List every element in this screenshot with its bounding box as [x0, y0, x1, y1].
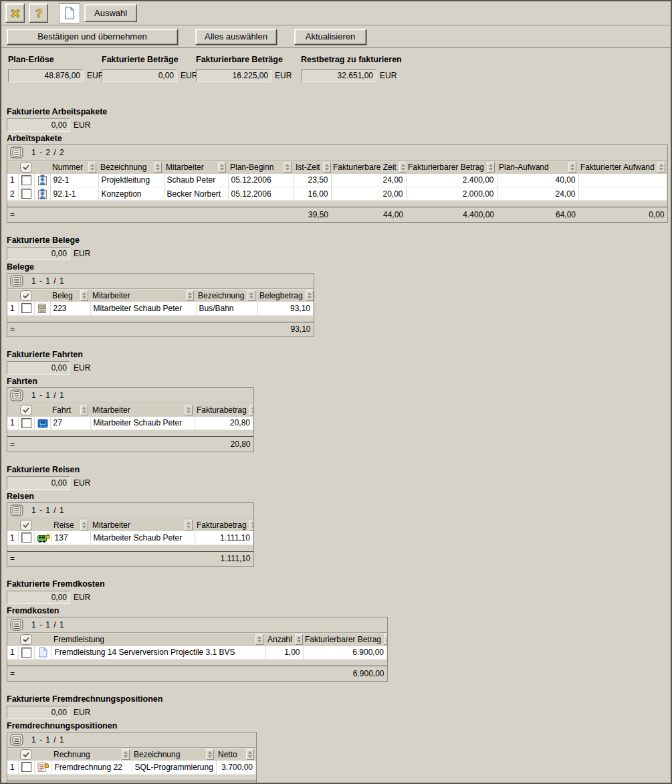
invoice-lock-icon[interactable] — [37, 762, 49, 773]
close-button[interactable] — [5, 3, 25, 23]
cell-fakturierbarer-betrag: 2.000,00 — [406, 187, 497, 201]
document-tab[interactable] — [59, 3, 80, 23]
select-all-checkbox-icon[interactable] — [20, 634, 32, 645]
plan-erloese-input[interactable] — [8, 69, 84, 82]
sort-icon[interactable] — [249, 405, 253, 415]
row-checkbox[interactable] — [21, 762, 31, 772]
select-all-checkbox-icon[interactable] — [20, 520, 32, 530]
fakturierte-fremdkosten-input[interactable] — [7, 591, 70, 604]
row-checkbox[interactable] — [21, 303, 31, 313]
sort-icon[interactable] — [284, 162, 292, 173]
list-menu-icon[interactable] — [10, 389, 23, 401]
auswahl-tab-button[interactable]: Auswahl — [84, 4, 137, 22]
refresh-button[interactable]: Aktualisieren — [294, 29, 366, 45]
sort-icon[interactable] — [218, 162, 226, 173]
fakturierte-fremdrechnungspositionen-label: Fakturierte Fremdrechnungspositionen — [7, 694, 665, 704]
cell-plan-beginn: 05.12.2006 — [228, 187, 294, 201]
receipt-icon[interactable] — [37, 303, 47, 314]
pagination-text: 1 - 1 / 1 — [31, 506, 65, 515]
sort-icon[interactable] — [206, 749, 214, 760]
sort-icon[interactable] — [80, 520, 88, 530]
fakturierbare-betraege-input[interactable] — [196, 69, 271, 82]
sort-icon[interactable] — [323, 162, 331, 173]
fakturierbare-betraege-label: Fakturierbare Beträge — [196, 55, 301, 64]
list-menu-icon[interactable] — [10, 146, 23, 159]
row-checkbox[interactable] — [21, 532, 31, 543]
row-checkbox[interactable] — [21, 189, 31, 199]
row-checkbox[interactable] — [21, 418, 31, 428]
col-fakturabetrag: Fakturabetrag — [197, 405, 247, 415]
list-menu-icon[interactable] — [10, 275, 23, 287]
car-icon[interactable] — [37, 419, 48, 428]
list-menu-icon[interactable] — [10, 734, 23, 746]
fakturierbare-betraege-field: Fakturierbare Beträge EUR — [196, 55, 301, 82]
sort-icon[interactable] — [185, 405, 193, 415]
row-checkbox[interactable] — [21, 175, 31, 185]
sum-ist-zeit: 39,50 — [294, 207, 331, 222]
reisen-pagination: 1 - 1 / 1 — [7, 503, 253, 518]
list-menu-icon[interactable] — [10, 504, 23, 516]
select-all-checkbox-icon[interactable] — [20, 162, 32, 173]
sort-icon[interactable] — [568, 162, 576, 173]
cell-mitarbeiter: Becker Norbert — [164, 187, 228, 201]
help-button[interactable]: ? — [29, 3, 48, 23]
sort-icon[interactable] — [186, 290, 194, 301]
col-plan-aufwand: Plan-Aufwand — [499, 163, 549, 172]
col-fakturabetrag: Fakturabetrag — [197, 520, 247, 530]
sort-icon[interactable] — [246, 749, 254, 760]
sort-icon[interactable] — [154, 162, 162, 173]
sort-icon[interactable] — [247, 290, 255, 301]
cell-bezeichnung: Konzeption — [98, 187, 164, 201]
cell-anzahl: 1,00 — [265, 646, 303, 660]
fakturierte-reisen-label: Fakturierte Reisen — [7, 465, 665, 474]
select-all-checkbox-icon[interactable] — [20, 290, 32, 301]
restbetrag-label: Restbetrag zu fakturieren — [301, 55, 402, 64]
row-checkbox[interactable] — [21, 648, 31, 658]
document-icon[interactable] — [38, 647, 47, 658]
fakturierte-arbeitspakete-input[interactable] — [7, 118, 70, 132]
sort-icon[interactable] — [399, 162, 406, 173]
fakturierte-fahrten-input[interactable] — [7, 361, 70, 375]
restbetrag-input[interactable] — [301, 69, 376, 82]
sort-icon[interactable] — [80, 290, 88, 301]
sort-icon[interactable] — [295, 634, 303, 645]
sort-icon[interactable] — [487, 162, 495, 173]
col-mitarbeiter: Mitarbeiter — [166, 163, 204, 172]
belege-title: Belege — [7, 262, 665, 272]
confirm-button[interactable]: Bestätigen und übernehmen — [7, 29, 178, 45]
list-menu-icon[interactable] — [10, 619, 23, 631]
pagination-text: 1 - 2 / 2 — [31, 148, 65, 157]
cell-nummer: 92.1-1 — [50, 187, 98, 201]
select-all-checkbox-icon[interactable] — [20, 749, 32, 760]
sort-icon[interactable] — [255, 634, 263, 645]
fakturierte-fahrten-label: Fakturierte Fahrten — [7, 350, 665, 359]
sort-icon[interactable] — [185, 520, 193, 530]
currency-label: EUR — [74, 708, 90, 717]
sort-icon[interactable] — [122, 749, 130, 760]
sort-icon[interactable] — [384, 634, 386, 645]
table-row: 1 27 Mitarbeiter Schaub Peter 20,80 — [7, 417, 253, 430]
travel-lock-icon[interactable] — [37, 532, 50, 543]
sort-icon[interactable] — [306, 290, 314, 301]
cell-plan-aufwand: 40,00 — [497, 174, 578, 187]
fakturierte-reisen-input[interactable] — [7, 476, 70, 490]
sum-fakturierbarer-betrag: 6.900,00 — [303, 666, 387, 681]
select-all-checkbox-icon[interactable] — [20, 405, 32, 415]
sort-icon[interactable] — [249, 520, 253, 530]
fakturierte-belege-input[interactable] — [7, 247, 70, 260]
sort-icon[interactable] — [657, 162, 665, 173]
workpackage-icon[interactable] — [37, 175, 47, 185]
workpackage-icon[interactable] — [37, 189, 47, 199]
select-all-button[interactable]: Alles auswählen — [195, 29, 277, 45]
fakturierte-fremdrechnungspositionen-input[interactable] — [7, 706, 70, 719]
sort-icon[interactable] — [88, 162, 96, 173]
sum-fakturierbarer-betrag: 4.400,00 — [406, 207, 497, 222]
sort-icon[interactable] — [80, 405, 88, 415]
col-fremdleistung: Fremdleistung — [53, 635, 104, 644]
cell-plan-aufwand: 24,00 — [497, 187, 578, 201]
auswahl-tab-label: Auswahl — [94, 8, 127, 18]
cell-belegbetrag: 93,10 — [257, 302, 314, 315]
col-mitarbeiter: Mitarbeiter — [92, 405, 130, 415]
col-anzahl: Anzahl — [267, 635, 292, 644]
fakturierte-betraege-input[interactable] — [102, 69, 177, 82]
